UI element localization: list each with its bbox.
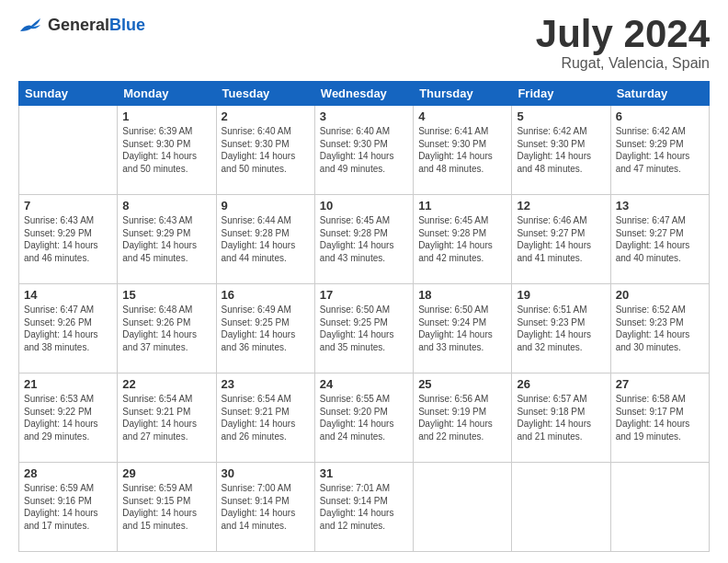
- day-number: 10: [320, 199, 408, 213]
- day-number: 21: [24, 377, 112, 391]
- calendar-header-row: Sunday Monday Tuesday Wednesday Thursday…: [19, 82, 710, 106]
- day-number: 16: [222, 288, 310, 302]
- calendar-cell: 19Sunrise: 6:51 AM Sunset: 9:23 PM Dayli…: [512, 284, 610, 373]
- day-info: Sunrise: 6:49 AM Sunset: 9:25 PM Dayligh…: [222, 304, 310, 353]
- day-number: 18: [418, 288, 506, 302]
- header: GeneralBlue July 2024 Rugat, Valencia, S…: [18, 15, 710, 72]
- calendar-cell: 16Sunrise: 6:49 AM Sunset: 9:25 PM Dayli…: [216, 284, 314, 373]
- calendar-week-row-3: 14Sunrise: 6:47 AM Sunset: 9:26 PM Dayli…: [19, 284, 710, 373]
- calendar-cell: 30Sunrise: 7:00 AM Sunset: 9:14 PM Dayli…: [216, 463, 314, 552]
- calendar-week-row-2: 7Sunrise: 6:43 AM Sunset: 9:29 PM Daylig…: [19, 195, 710, 284]
- day-number: 31: [320, 466, 408, 480]
- calendar-cell: 25Sunrise: 6:56 AM Sunset: 9:19 PM Dayli…: [414, 373, 512, 463]
- calendar-cell: 23Sunrise: 6:54 AM Sunset: 9:21 PM Dayli…: [216, 373, 314, 463]
- col-monday: Monday: [118, 82, 216, 106]
- day-number: 19: [517, 288, 605, 302]
- col-saturday: Saturday: [610, 82, 709, 106]
- col-wednesday: Wednesday: [314, 82, 413, 106]
- calendar-cell: 8Sunrise: 6:43 AM Sunset: 9:29 PM Daylig…: [118, 195, 216, 284]
- day-number: 15: [122, 288, 210, 302]
- calendar-week-row-1: 1Sunrise: 6:39 AM Sunset: 9:30 PM Daylig…: [19, 106, 710, 195]
- title-area: July 2024 Rugat, Valencia, Spain: [536, 15, 710, 72]
- day-info: Sunrise: 6:50 AM Sunset: 9:24 PM Dayligh…: [418, 304, 506, 353]
- calendar-cell: [414, 463, 512, 552]
- calendar-cell: 13Sunrise: 6:47 AM Sunset: 9:27 PM Dayli…: [610, 195, 709, 284]
- calendar-cell: 17Sunrise: 6:50 AM Sunset: 9:25 PM Dayli…: [314, 284, 413, 373]
- day-info: Sunrise: 6:47 AM Sunset: 9:26 PM Dayligh…: [24, 304, 112, 353]
- day-info: Sunrise: 6:59 AM Sunset: 9:16 PM Dayligh…: [24, 482, 112, 532]
- day-info: Sunrise: 6:40 AM Sunset: 9:30 PM Dayligh…: [222, 125, 310, 175]
- day-info: Sunrise: 6:58 AM Sunset: 9:17 PM Dayligh…: [616, 393, 704, 442]
- day-info: Sunrise: 6:40 AM Sunset: 9:30 PM Dayligh…: [320, 125, 408, 175]
- day-number: 7: [24, 199, 112, 213]
- day-info: Sunrise: 7:01 AM Sunset: 9:14 PM Dayligh…: [320, 482, 408, 532]
- day-info: Sunrise: 6:52 AM Sunset: 9:23 PM Dayligh…: [616, 304, 704, 353]
- calendar-cell: 29Sunrise: 6:59 AM Sunset: 9:15 PM Dayli…: [118, 463, 216, 552]
- calendar-cell: 31Sunrise: 7:01 AM Sunset: 9:14 PM Dayli…: [314, 463, 413, 552]
- day-info: Sunrise: 6:43 AM Sunset: 9:29 PM Dayligh…: [122, 214, 210, 264]
- day-info: Sunrise: 6:54 AM Sunset: 9:21 PM Dayligh…: [122, 393, 210, 442]
- calendar-cell: 5Sunrise: 6:42 AM Sunset: 9:30 PM Daylig…: [512, 106, 610, 195]
- day-number: 20: [616, 288, 704, 302]
- calendar-cell: 26Sunrise: 6:57 AM Sunset: 9:18 PM Dayli…: [512, 373, 610, 463]
- calendar-cell: 11Sunrise: 6:45 AM Sunset: 9:28 PM Dayli…: [414, 195, 512, 284]
- day-info: Sunrise: 6:45 AM Sunset: 9:28 PM Dayligh…: [418, 214, 506, 264]
- day-info: Sunrise: 6:42 AM Sunset: 9:30 PM Dayligh…: [517, 125, 605, 175]
- logo: GeneralBlue: [18, 15, 145, 35]
- day-number: 24: [320, 377, 408, 391]
- calendar-cell: 9Sunrise: 6:44 AM Sunset: 9:28 PM Daylig…: [216, 195, 314, 284]
- day-info: Sunrise: 6:59 AM Sunset: 9:15 PM Dayligh…: [122, 482, 210, 532]
- page: GeneralBlue July 2024 Rugat, Valencia, S…: [0, 0, 728, 563]
- calendar-cell: 20Sunrise: 6:52 AM Sunset: 9:23 PM Dayli…: [610, 284, 709, 373]
- day-number: 22: [122, 377, 210, 391]
- calendar-cell: 2Sunrise: 6:40 AM Sunset: 9:30 PM Daylig…: [216, 106, 314, 195]
- day-info: Sunrise: 6:43 AM Sunset: 9:29 PM Dayligh…: [24, 214, 112, 264]
- day-number: 12: [517, 199, 605, 213]
- day-number: 11: [418, 199, 506, 213]
- day-number: 27: [616, 377, 704, 391]
- col-friday: Friday: [512, 82, 610, 106]
- logo-general: General: [48, 16, 109, 34]
- day-info: Sunrise: 6:47 AM Sunset: 9:27 PM Dayligh…: [616, 214, 704, 264]
- calendar-cell: [19, 106, 118, 195]
- day-info: Sunrise: 6:42 AM Sunset: 9:29 PM Dayligh…: [616, 125, 704, 175]
- day-info: Sunrise: 6:50 AM Sunset: 9:25 PM Dayligh…: [320, 304, 408, 353]
- calendar-cell: 3Sunrise: 6:40 AM Sunset: 9:30 PM Daylig…: [314, 106, 413, 195]
- calendar-cell: 24Sunrise: 6:55 AM Sunset: 9:20 PM Dayli…: [314, 373, 413, 463]
- calendar-cell: 15Sunrise: 6:48 AM Sunset: 9:26 PM Dayli…: [118, 284, 216, 373]
- day-info: Sunrise: 6:56 AM Sunset: 9:19 PM Dayligh…: [418, 393, 506, 442]
- logo-blue: Blue: [109, 16, 145, 34]
- day-number: 23: [222, 377, 310, 391]
- day-number: 9: [222, 199, 310, 213]
- day-number: 25: [418, 377, 506, 391]
- logo-bird-icon: [18, 15, 44, 35]
- day-number: 3: [320, 109, 408, 123]
- calendar-cell: 21Sunrise: 6:53 AM Sunset: 9:22 PM Dayli…: [19, 373, 118, 463]
- day-info: Sunrise: 7:00 AM Sunset: 9:14 PM Dayligh…: [222, 482, 310, 532]
- day-number: 29: [122, 466, 210, 480]
- day-number: 5: [517, 109, 605, 123]
- day-number: 8: [122, 199, 210, 213]
- calendar-cell: 10Sunrise: 6:45 AM Sunset: 9:28 PM Dayli…: [314, 195, 413, 284]
- location: Rugat, Valencia, Spain: [536, 55, 710, 72]
- calendar-cell: 27Sunrise: 6:58 AM Sunset: 9:17 PM Dayli…: [610, 373, 709, 463]
- day-info: Sunrise: 6:45 AM Sunset: 9:28 PM Dayligh…: [320, 214, 408, 264]
- day-number: 2: [222, 109, 310, 123]
- logo-text: GeneralBlue: [48, 16, 145, 35]
- day-number: 30: [222, 466, 310, 480]
- day-number: 4: [418, 109, 506, 123]
- calendar-cell: 4Sunrise: 6:41 AM Sunset: 9:30 PM Daylig…: [414, 106, 512, 195]
- day-info: Sunrise: 6:55 AM Sunset: 9:20 PM Dayligh…: [320, 393, 408, 442]
- day-number: 17: [320, 288, 408, 302]
- day-number: 13: [616, 199, 704, 213]
- day-number: 28: [24, 466, 112, 480]
- calendar-cell: 1Sunrise: 6:39 AM Sunset: 9:30 PM Daylig…: [118, 106, 216, 195]
- calendar-body: 1Sunrise: 6:39 AM Sunset: 9:30 PM Daylig…: [19, 106, 710, 552]
- day-info: Sunrise: 6:46 AM Sunset: 9:27 PM Dayligh…: [517, 214, 605, 264]
- calendar-cell: 28Sunrise: 6:59 AM Sunset: 9:16 PM Dayli…: [19, 463, 118, 552]
- calendar-cell: 7Sunrise: 6:43 AM Sunset: 9:29 PM Daylig…: [19, 195, 118, 284]
- day-number: 26: [517, 377, 605, 391]
- calendar-cell: 18Sunrise: 6:50 AM Sunset: 9:24 PM Dayli…: [414, 284, 512, 373]
- day-info: Sunrise: 6:48 AM Sunset: 9:26 PM Dayligh…: [122, 304, 210, 353]
- calendar-cell: 14Sunrise: 6:47 AM Sunset: 9:26 PM Dayli…: [19, 284, 118, 373]
